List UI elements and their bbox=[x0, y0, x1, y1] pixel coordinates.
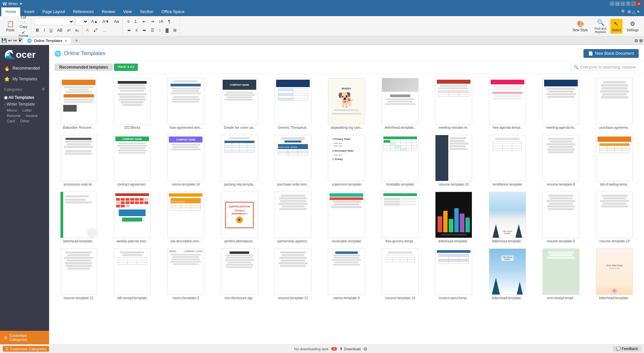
clear-format-btn[interactable]: Aa bbox=[112, 17, 121, 26]
superscript-button[interactable]: x² bbox=[65, 26, 73, 34]
shading-btn[interactable]: ▓ bbox=[164, 26, 171, 34]
sidebar-sub-resume[interactable]: Resume bbox=[7, 113, 21, 118]
template-item[interactable]: promissory-note-te.. bbox=[54, 135, 103, 186]
more-format-btn[interactable]: … bbox=[100, 26, 108, 34]
template-item[interactable]: letterhead-template.. bbox=[430, 192, 478, 243]
have-a-try-badge[interactable]: Have a try bbox=[114, 64, 138, 71]
tab-collapse-btn[interactable]: ⊟ bbox=[635, 38, 638, 43]
sidebar-sub-invoice[interactable]: Invoice bbox=[26, 113, 38, 118]
new-style-button[interactable]: 🎨 New Style bbox=[570, 19, 591, 34]
underline-button[interactable]: U bbox=[47, 26, 54, 34]
sidebar-item-my-templates[interactable]: ⭐ My Templates bbox=[0, 74, 49, 84]
bold-button[interactable]: B bbox=[34, 26, 41, 34]
template-item[interactable]: bill-of-lading-temp.. bbox=[591, 135, 639, 186]
template-item[interactable]: invoice-word-temp.. bbox=[430, 248, 478, 300]
pin-button[interactable]: 📌 bbox=[631, 1, 636, 6]
minimize-button[interactable]: ─ bbox=[610, 1, 614, 6]
borders-btn[interactable]: ⊞ bbox=[171, 26, 179, 34]
template-item[interactable]: Job Description job-description-tem.. bbox=[162, 192, 210, 243]
highlight-btn[interactable]: 🖍 bbox=[91, 26, 100, 34]
template-item[interactable]: COMPANY NAME contract-agreemen.. bbox=[108, 135, 156, 186]
template-item[interactable]: bill-receipt-template bbox=[108, 248, 156, 300]
justify-btn[interactable]: ☰ bbox=[149, 26, 156, 34]
align-center-btn[interactable]: ≡ bbox=[134, 26, 140, 34]
menu-office-space[interactable]: Office Space bbox=[157, 7, 188, 16]
sidebar-sub-card[interactable]: Card bbox=[7, 118, 15, 124]
sidebar-cat-all-templates[interactable]: ◉ All Templates bbox=[4, 94, 45, 101]
categories-settings-icon[interactable]: ⚙ bbox=[42, 87, 45, 91]
find-replace-button[interactable]: 🔍 Find and Replace bbox=[592, 19, 609, 34]
quick-access-redo[interactable]: ↪ bbox=[13, 38, 17, 43]
toolbar-collapse-btn[interactable]: ✕ bbox=[637, 9, 640, 14]
subscript-button[interactable]: x₂ bbox=[73, 26, 81, 34]
menu-references[interactable]: References bbox=[69, 7, 98, 16]
menu-review[interactable]: Review bbox=[98, 7, 119, 16]
template-item[interactable]: CERTIFICATE FOR "Perfect Attendance" ★ p… bbox=[215, 192, 263, 243]
template-item[interactable]: receivable-template bbox=[323, 192, 371, 243]
font-size-select[interactable] bbox=[75, 18, 88, 25]
menu-view[interactable]: View bbox=[119, 7, 136, 16]
close-button[interactable]: ✕ bbox=[637, 1, 641, 6]
align-left-btn[interactable]: ⬅ bbox=[125, 26, 133, 34]
template-item[interactable]: purchase-agreeme.. bbox=[591, 78, 639, 129]
sidebar-cat-writer-template[interactable]: ◦ Writer Template bbox=[4, 101, 45, 108]
tab-recommended-templates[interactable]: Recommended templates bbox=[54, 64, 113, 71]
template-item[interactable]: Babysitter Resume .. bbox=[54, 78, 103, 129]
align-right-btn[interactable]: ➡ bbox=[141, 26, 148, 34]
template-item[interactable]: MEMO COMPANY LOGO memo-template-3 bbox=[162, 248, 210, 300]
restore-button[interactable]: ◻ bbox=[615, 1, 620, 6]
template-item[interactable]: PURCHASE ORDER purchase-order-tem.. bbox=[269, 135, 317, 186]
template-item[interactable]: partnership-agreem.. bbox=[269, 192, 317, 243]
template-item[interactable]: resume-template-8 bbox=[537, 135, 585, 186]
settings-button[interactable]: ⚙ Settings bbox=[624, 19, 641, 34]
new-blank-document-button[interactable]: 📄 New Blank Document bbox=[583, 49, 639, 58]
template-item[interactable]: loan-agreement-tem.. bbox=[162, 78, 210, 129]
quick-access-undo[interactable]: ↩ bbox=[8, 38, 12, 43]
template-item[interactable]: memo-template-9 bbox=[323, 248, 371, 300]
template-item[interactable]: free-agenda-templ.. bbox=[483, 78, 531, 129]
template-item[interactable]: weekly-planner-tem.. bbox=[108, 192, 156, 243]
customize-categories-status-button[interactable]: ☰ Customize Categories bbox=[3, 346, 49, 352]
cut-button[interactable]: ✂ Cut bbox=[17, 11, 30, 20]
status-settings-button[interactable]: ⚙ bbox=[363, 346, 368, 352]
tab-expand-btn[interactable]: ⊞ bbox=[639, 38, 643, 43]
template-item[interactable]: Generic Therapeuti.. bbox=[269, 78, 317, 129]
italic-button[interactable]: I bbox=[42, 26, 47, 34]
line-spacing-btn[interactable]: ↕ bbox=[157, 26, 163, 34]
template-item[interactable]: meeting-minutes-te.. bbox=[430, 78, 478, 129]
sidebar-sub-other[interactable]: Other bbox=[20, 118, 30, 124]
quick-access-more[interactable]: ▼ bbox=[18, 39, 22, 43]
template-item[interactable]: COMPANY NAME Simple fax cover pa.. bbox=[215, 78, 263, 129]
bullet-list-btn[interactable]: ≡ bbox=[125, 17, 132, 26]
template-item[interactable]: resume-template-14 bbox=[376, 248, 424, 300]
template-item[interactable]: resume-template-11 bbox=[54, 248, 103, 300]
new-tab-button[interactable]: + bbox=[72, 38, 81, 44]
sidebar-item-recommended[interactable]: 🔥 Recommended bbox=[0, 63, 49, 74]
sidebar-sub-letter[interactable]: Letter bbox=[23, 108, 32, 113]
template-item[interactable]: rent-receipt-templ.. bbox=[537, 248, 585, 300]
paste-button[interactable]: 📋 Paste bbox=[4, 19, 17, 34]
download-button[interactable]: ⬇ Download bbox=[340, 347, 361, 351]
increase-font-btn[interactable]: A▲ bbox=[89, 17, 100, 26]
template-item[interactable]: BUDDY 🐕 dogwalking log sam.. bbox=[323, 78, 371, 129]
sidebar-sub-memo[interactable]: Memo bbox=[7, 108, 17, 113]
decrease-indent-btn[interactable]: ⇤ bbox=[141, 17, 148, 26]
template-item[interactable]: 1 Primary Tasks • Task item • Task item … bbox=[323, 135, 371, 186]
show-hide-btn[interactable]: ¶ bbox=[166, 17, 172, 26]
template-item[interactable]: resume-template-19 bbox=[591, 192, 639, 243]
help-button[interactable]: ? bbox=[626, 1, 631, 6]
template-search-box[interactable]: 🔍 Everyone is searching: resume bbox=[571, 64, 639, 71]
template-item[interactable]: packing-slip-templa.. bbox=[215, 135, 263, 186]
select-button[interactable]: ↖ Select bbox=[610, 19, 622, 34]
numbered-list-btn[interactable]: 1. bbox=[132, 17, 140, 26]
title-bar-dropdown[interactable]: ▼ bbox=[19, 2, 23, 6]
increase-indent-btn[interactable]: ⇥ bbox=[149, 17, 156, 26]
menu-page-layout[interactable]: Page Layout bbox=[38, 7, 69, 16]
template-item[interactable]: resume-template-5 bbox=[537, 192, 585, 243]
template-item[interactable]: Ever After Note Contact info 🌸 letterhea… bbox=[591, 248, 639, 300]
template-item[interactable]: timetable-template bbox=[376, 135, 424, 186]
tab-close-button[interactable]: ✕ bbox=[65, 39, 67, 43]
font-color-btn[interactable]: A bbox=[84, 26, 91, 34]
template-item[interactable]: letterhead-template.. bbox=[376, 78, 424, 129]
customize-categories-button[interactable]: ☰ Customize Categories bbox=[0, 331, 49, 344]
